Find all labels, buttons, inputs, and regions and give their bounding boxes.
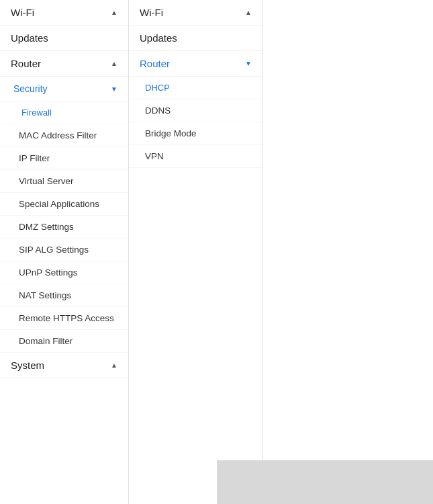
sidebar-item-router[interactable]: Router ▲ [0, 51, 128, 77]
right-panel-bridge-mode[interactable]: Bridge Mode [129, 122, 262, 145]
updates-label: Updates [11, 32, 48, 44]
sidebar-item-ip-filter[interactable]: IP Filter [0, 147, 128, 170]
right-wifi-label: Wi-Fi [140, 7, 163, 18]
wifi-arrow: ▲ [111, 9, 117, 16]
nat-settings-label: NAT Settings [19, 290, 71, 300]
right-panel-updates[interactable]: Updates [129, 26, 262, 51]
sidebar-item-system[interactable]: System ▲ [0, 353, 128, 378]
router-label: Router [11, 58, 41, 69]
sidebar-item-nat-settings[interactable]: NAT Settings [0, 284, 128, 307]
ddns-label: DDNS [145, 106, 171, 116]
mac-filter-label: MAC Address Filter [19, 130, 97, 140]
domain-filter-label: Domain Filter [19, 336, 73, 346]
sidebar-item-special-applications[interactable]: Special Applications [0, 193, 128, 216]
sidebar-item-updates[interactable]: Updates [0, 26, 128, 51]
security-arrow: ▼ [111, 85, 117, 93]
sidebar-right: Wi-Fi ▲ Updates Router ▼ DHCP DDNS Bridg… [129, 0, 263, 504]
dmz-settings-label: DMZ Settings [19, 222, 74, 232]
firewall-label: Firewall [21, 108, 52, 118]
sidebar-left: Wi-Fi ▲ Updates Router ▲ Security ▼ Fire… [0, 0, 129, 504]
system-label: System [11, 360, 44, 371]
sip-alg-label: SIP ALG Settings [19, 245, 89, 255]
right-wifi-arrow: ▲ [245, 9, 252, 16]
sidebar-item-virtual-server[interactable]: Virtual Server [0, 170, 128, 193]
sidebar-item-dmz-settings[interactable]: DMZ Settings [0, 216, 128, 239]
gray-box [217, 460, 433, 504]
system-arrow: ▲ [111, 362, 117, 369]
right-panel-router[interactable]: Router ▼ [129, 51, 262, 77]
virtual-server-label: Virtual Server [19, 176, 74, 186]
wifi-label: Wi-Fi [11, 7, 34, 18]
right-panel-ddns[interactable]: DDNS [129, 99, 262, 122]
ip-filter-label: IP Filter [19, 153, 50, 163]
sidebar-item-mac-filter[interactable]: MAC Address Filter [0, 124, 128, 147]
sidebar-item-domain-filter[interactable]: Domain Filter [0, 330, 128, 353]
content-area [263, 0, 433, 504]
dhcp-label: DHCP [145, 83, 170, 93]
right-router-arrow: ▼ [245, 60, 252, 67]
right-panel-dhcp[interactable]: DHCP [129, 77, 262, 99]
sidebar-item-firewall[interactable]: Firewall [0, 101, 128, 124]
right-router-label: Router [140, 58, 170, 69]
vpn-label: VPN [145, 151, 164, 161]
right-panel-vpn[interactable]: VPN [129, 145, 262, 168]
sidebar-item-sip-alg[interactable]: SIP ALG Settings [0, 239, 128, 261]
router-arrow: ▲ [111, 60, 117, 67]
special-apps-label: Special Applications [19, 199, 99, 209]
sidebar-item-upnp[interactable]: UPnP Settings [0, 261, 128, 284]
right-updates-label: Updates [140, 32, 177, 44]
sidebar-item-security[interactable]: Security ▼ [0, 77, 128, 101]
sidebar-item-wifi[interactable]: Wi-Fi ▲ [0, 0, 128, 26]
upnp-label: UPnP Settings [19, 267, 78, 278]
bridge-mode-label: Bridge Mode [145, 128, 197, 138]
remote-https-label: Remote HTTPS Access [19, 313, 114, 323]
right-panel-wifi[interactable]: Wi-Fi ▲ [129, 0, 262, 26]
sidebar-item-remote-https[interactable]: Remote HTTPS Access [0, 307, 128, 330]
security-label: Security [13, 83, 48, 94]
